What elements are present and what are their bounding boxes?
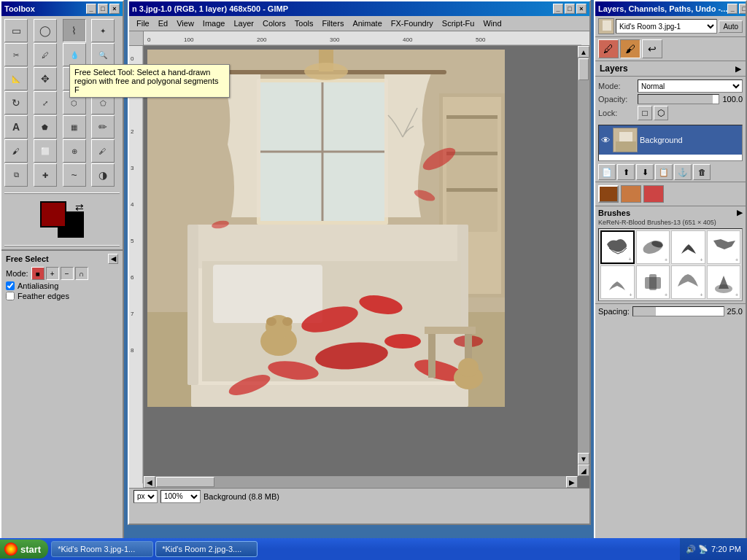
antialiasing-checkbox[interactable] (6, 281, 15, 290)
brush-item-4[interactable]: + (707, 230, 741, 264)
layer-paint-icon[interactable]: 🖊 (598, 39, 619, 58)
tool-paths[interactable]: 🖊 (34, 43, 57, 66)
menu-filters[interactable]: Filters (317, 18, 348, 29)
lock-paint-btn[interactable]: ⬡ (654, 106, 668, 120)
scroll-up-btn[interactable]: ▲ (578, 46, 589, 58)
menu-tools[interactable]: Tools (290, 18, 318, 29)
brush-item-5[interactable]: + (600, 265, 635, 299)
tool-scissors[interactable]: ✂ (4, 43, 28, 66)
swatch-red[interactable] (643, 185, 664, 203)
tool-smudge[interactable]: ~ (63, 163, 86, 187)
menu-edit[interactable]: Ed (154, 18, 172, 29)
tool-eraser[interactable]: ⬜ (34, 139, 57, 163)
right-minimize-btn[interactable]: _ (727, 4, 738, 14)
spacing-slider[interactable] (632, 306, 724, 316)
tool-paintbrush[interactable]: 🖌 (4, 139, 28, 163)
delete-layer-btn[interactable]: 🗑 (693, 164, 711, 180)
tool-text[interactable]: A (4, 115, 28, 139)
tool-measure[interactable]: 📐 (4, 67, 28, 90)
layer-visibility-eye[interactable]: 👁 (601, 135, 611, 146)
zoom-select[interactable]: 100% (160, 490, 201, 503)
tool-airbrush[interactable]: ⊕ (63, 139, 86, 163)
tool-rect-select[interactable]: ▭ (4, 19, 28, 42)
toolbox-close-btn[interactable]: × (109, 4, 120, 14)
taskbar-item-2[interactable]: *Kid's Room 2.jpg-3.... (155, 541, 258, 557)
swatch-orange[interactable] (621, 185, 641, 203)
layer-down-btn[interactable]: ⬇ (636, 164, 654, 180)
mode-add-btn[interactable]: + (46, 267, 59, 280)
anchor-layer-btn[interactable]: ⚓ (674, 164, 692, 180)
spacing-value: 25.0 (727, 307, 743, 316)
tool-free-select[interactable]: ⌇ (63, 19, 86, 42)
brush-item-3[interactable]: + (671, 230, 705, 264)
scroll-left-btn[interactable]: ◀ (144, 476, 155, 488)
toolbox-minimize-btn[interactable]: _ (86, 4, 96, 14)
tool-zoom[interactable]: 🔍 (91, 43, 115, 66)
toolbox-maximize-btn[interactable]: □ (98, 4, 108, 14)
tool-rotate[interactable]: ↻ (4, 91, 28, 114)
tool-scale[interactable]: ⤢ (34, 91, 57, 114)
gimp-minimize-btn[interactable]: _ (553, 4, 563, 14)
tool-ink[interactable]: 🖋 (91, 139, 115, 163)
image-viewport[interactable]: ◀ ▶ ▲ ▼ ◢ (144, 46, 589, 488)
v-scroll-thumb[interactable] (578, 58, 589, 80)
duplicate-layer-btn[interactable]: 📋 (655, 164, 673, 180)
mode-subtract-btn[interactable]: − (61, 267, 74, 280)
opacity-slider[interactable] (638, 94, 719, 104)
auto-btn[interactable]: Auto (719, 20, 743, 33)
tool-heal[interactable]: ✚ (34, 163, 57, 187)
feather-edges-checkbox[interactable] (6, 292, 15, 300)
tool-bucket-fill[interactable]: ⬟ (34, 115, 57, 139)
corner-box (129, 31, 144, 46)
layer-item-background[interactable]: 👁 Background (599, 125, 742, 155)
tool-options-collapse-btn[interactable]: ◀ (108, 254, 118, 264)
menu-colors[interactable]: Colors (258, 18, 290, 29)
layers-options-btn[interactable]: ▶ (735, 65, 741, 73)
gimp-close-btn[interactable]: × (576, 4, 587, 14)
brush-item-8[interactable]: + (707, 265, 741, 299)
right-maximize-btn[interactable]: □ (739, 4, 746, 14)
brush-item-1[interactable]: + (600, 230, 635, 264)
tool-pencil[interactable]: ✏ (91, 115, 115, 139)
menu-script-fu[interactable]: Script-Fu (438, 18, 479, 29)
menu-animate[interactable]: Animate (348, 18, 386, 29)
swatch-brown[interactable] (598, 185, 619, 203)
scroll-right-btn[interactable]: ▶ (566, 476, 578, 488)
brush-item-2[interactable]: + (636, 230, 670, 264)
image-selector[interactable]: Kid's Room 3.jpg-1 (616, 19, 717, 34)
menu-file[interactable]: File (132, 18, 154, 29)
start-button[interactable]: start (0, 540, 48, 559)
h-scroll-thumb[interactable] (156, 477, 214, 487)
gimp-maximize-btn[interactable]: □ (565, 4, 575, 14)
mode-replace-btn[interactable]: ■ (31, 267, 44, 280)
unit-select[interactable]: px (133, 490, 158, 503)
mode-intersect-btn[interactable]: ∩ (75, 267, 88, 280)
menu-fx-foundry[interactable]: FX-Foundry (387, 18, 438, 29)
tool-move[interactable]: ✥ (34, 67, 57, 90)
lock-alpha-btn[interactable]: □ (638, 106, 652, 120)
menu-windows[interactable]: Wind (479, 18, 506, 29)
brush-item-6[interactable]: + (636, 265, 670, 299)
tool-color-picker[interactable]: 💧 (63, 43, 86, 66)
color-swap-btn[interactable]: ⇄ (75, 201, 84, 213)
taskbar-item-1[interactable]: *Kid's Room 3.jpg-1... (51, 541, 153, 557)
layer-brush-icon[interactable]: 🖌 (620, 39, 640, 58)
tool-clone[interactable]: ⧉ (4, 163, 28, 187)
mode-select[interactable]: Normal (638, 79, 743, 93)
brush-item-7[interactable]: + (671, 265, 705, 299)
foreground-color-box[interactable] (40, 201, 66, 228)
menu-layer[interactable]: Layer (229, 18, 258, 29)
tool-dodge-burn[interactable]: ◑ (91, 163, 115, 187)
scroll-down-btn[interactable]: ▼ (578, 453, 589, 464)
tool-ellipse-select[interactable]: ◯ (34, 19, 57, 42)
menu-image[interactable]: Image (198, 18, 230, 29)
tool-fuzzy-select[interactable]: ✦ (91, 19, 115, 42)
tool-blend[interactable]: ▦ (63, 115, 86, 139)
menu-view[interactable]: View (172, 18, 198, 29)
brushes-options-btn[interactable]: ▶ (737, 209, 743, 217)
layer-up-btn[interactable]: ⬆ (617, 164, 635, 180)
new-layer-btn[interactable]: 📄 (598, 164, 616, 180)
scroll-corner-btn[interactable]: ◢ (578, 464, 589, 476)
layer-undo-icon[interactable]: ↩ (642, 39, 662, 58)
opacity-fill (638, 95, 713, 104)
